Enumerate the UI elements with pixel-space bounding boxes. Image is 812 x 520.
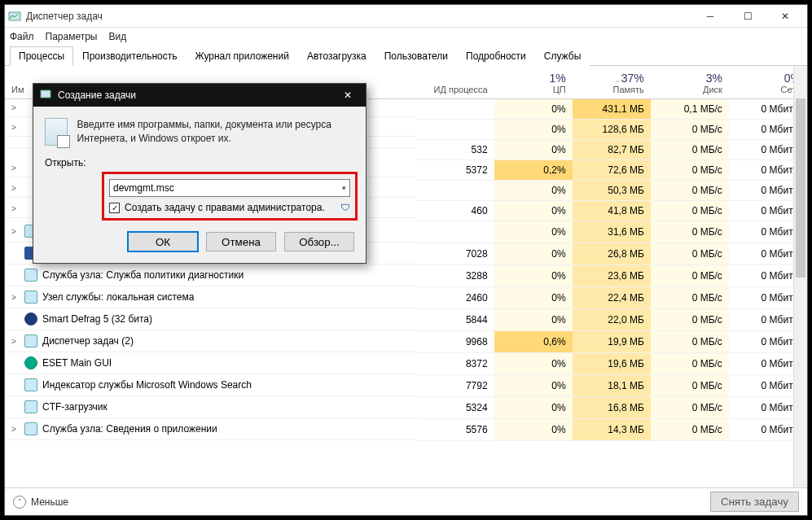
browse-button[interactable]: Обзор...: [284, 232, 354, 251]
tab-4[interactable]: Пользователи: [375, 46, 457, 66]
open-label: Открыть:: [45, 157, 97, 168]
process-icon: [24, 422, 37, 435]
window-title: Диспетчер задач: [26, 11, 691, 22]
open-combobox[interactable]: devmgmt.msc ▾: [109, 179, 350, 197]
shield-icon: 🛡: [340, 202, 350, 213]
tab-0[interactable]: Процессы: [10, 46, 73, 66]
process-icon: [24, 356, 37, 369]
cell-cpu: 0%: [494, 374, 573, 396]
cell-memory: 19,9 МБ: [573, 330, 651, 352]
scrollbar-thumb[interactable]: [796, 98, 805, 277]
process-name: Индексатор службы Microsoft Windows Sear…: [42, 379, 252, 391]
expand-icon[interactable]: >: [8, 337, 20, 346]
cell-memory: 128,6 МБ: [573, 119, 651, 139]
cell-pid: 5844: [416, 308, 494, 330]
expand-icon[interactable]: >: [8, 164, 20, 173]
expand-icon[interactable]: >: [8, 425, 20, 434]
highlight-box: devmgmt.msc ▾ ✓ Создать задачу с правами…: [102, 172, 358, 221]
process-name: Служба узла: Служба политики диагностики: [42, 269, 244, 281]
process-name: Диспетчер задач (2): [42, 335, 134, 347]
table-row[interactable]: Служба узла: Служба политики диагностики…: [5, 264, 807, 286]
app-icon: [8, 10, 21, 23]
cell-cpu: 0%: [494, 352, 573, 374]
cell-cpu: 0%: [494, 286, 573, 308]
vertical-scrollbar[interactable]: [793, 66, 807, 487]
expand-icon[interactable]: >: [8, 103, 20, 112]
maximize-button[interactable]: ☐: [729, 5, 766, 28]
cell-cpu: 0%: [494, 119, 573, 139]
cell-cpu: 0%: [494, 139, 573, 159]
fewer-details-label[interactable]: Меньше: [31, 496, 68, 508]
dialog-titlebar[interactable]: Создание задачи ✕: [33, 84, 366, 107]
tab-2[interactable]: Журнал приложений: [187, 46, 298, 66]
admin-checkbox[interactable]: ✓: [109, 203, 120, 213]
cell-memory: 22,4 МБ: [573, 286, 651, 308]
fewer-details-icon[interactable]: ˄: [13, 496, 26, 509]
dropdown-icon[interactable]: ▾: [342, 184, 346, 192]
process-name: Smart Defrag 5 (32 бита): [42, 313, 152, 325]
tab-6[interactable]: Службы: [535, 46, 590, 66]
cell-memory: 22,0 МБ: [573, 308, 651, 330]
col-memory[interactable]: ⌵37%Память: [573, 66, 651, 98]
cell-cpu: 0%: [494, 98, 573, 119]
svg-rect-0: [9, 12, 20, 20]
process-name: Служба узла: Сведения о приложении: [42, 423, 217, 435]
cell-disk: 0,1 МБ/с: [651, 98, 729, 119]
process-name: CTF-загрузчик: [42, 401, 108, 413]
cell-cpu: 0%: [494, 308, 573, 330]
sort-indicator-icon: ⌵: [616, 76, 620, 84]
admin-checkbox-label[interactable]: Создать задачу с правами администратора.: [125, 202, 325, 213]
end-task-button[interactable]: Снять задачу: [710, 492, 799, 512]
run-icon: [45, 118, 68, 146]
create-task-dialog: Создание задачи ✕ Введите имя программы,…: [33, 83, 366, 264]
cell-disk: 0 МБ/с: [651, 200, 729, 221]
cell-pid: 5576: [416, 418, 494, 440]
open-input-value[interactable]: devmgmt.msc: [113, 182, 174, 194]
table-row[interactable]: Индексатор службы Microsoft Windows Sear…: [5, 374, 807, 396]
close-button[interactable]: ✕: [766, 5, 804, 28]
cell-memory: 14,3 МБ: [573, 418, 651, 440]
process-name: Узел службы: локальная система: [42, 291, 194, 303]
table-row[interactable]: >Узел службы: локальная система24600%22,…: [5, 286, 807, 308]
cell-memory: 18,1 МБ: [573, 374, 651, 396]
cell-disk: 0 МБ/с: [651, 243, 729, 264]
expand-icon[interactable]: >: [8, 227, 20, 236]
col-cpu[interactable]: 1%ЦП: [494, 66, 573, 98]
cancel-button[interactable]: Отмена: [206, 232, 276, 251]
process-icon: [24, 291, 37, 304]
expand-icon[interactable]: >: [8, 123, 20, 132]
cell-disk: 0 МБ/с: [651, 119, 729, 139]
cell-cpu: 0,6%: [494, 330, 573, 352]
tab-3[interactable]: Автозагрузка: [298, 46, 375, 66]
cell-cpu: 0%: [494, 243, 573, 264]
table-row[interactable]: >Диспетчер задач (2)99680,6%19,9 МБ0 МБ/…: [5, 330, 807, 352]
cell-cpu: 0%: [494, 264, 573, 286]
cell-disk: 0 МБ/с: [651, 330, 729, 352]
expand-icon[interactable]: >: [8, 204, 20, 213]
tab-1[interactable]: Производительность: [73, 46, 186, 66]
cell-pid: 2460: [416, 286, 494, 308]
menu-file[interactable]: Файл: [10, 31, 34, 42]
table-row[interactable]: Smart Defrag 5 (32 бита)58440%22,0 МБ0 М…: [5, 308, 807, 330]
expand-icon[interactable]: >: [8, 184, 20, 193]
menu-options[interactable]: Параметры: [46, 31, 98, 42]
dialog-close-button[interactable]: ✕: [336, 87, 359, 103]
table-row[interactable]: CTF-загрузчик53240%16,8 МБ0 МБ/с0 Мбит/с: [5, 396, 807, 418]
cell-disk: 0 МБ/с: [651, 308, 729, 330]
cell-memory: 82,7 МБ: [573, 139, 651, 159]
ok-button[interactable]: ОК: [128, 232, 198, 251]
col-pid[interactable]: ИД процесса: [416, 66, 494, 98]
dialog-title: Создание задачи: [58, 90, 136, 101]
menu-view[interactable]: Вид: [108, 31, 126, 42]
minimize-button[interactable]: ─: [691, 5, 729, 28]
table-row[interactable]: >Служба узла: Сведения о приложении55760…: [5, 418, 807, 440]
table-row[interactable]: ESET Main GUI83720%19,6 МБ0 МБ/с0 Мбит/с: [5, 352, 807, 374]
cell-pid: [416, 221, 494, 243]
menubar: Файл Параметры Вид: [5, 28, 807, 46]
titlebar[interactable]: Диспетчер задач ─ ☐ ✕: [5, 5, 807, 28]
tab-5[interactable]: Подробности: [457, 46, 535, 66]
cell-memory: 41,8 МБ: [573, 200, 651, 221]
col-disk[interactable]: 3%Диск: [651, 66, 729, 98]
cell-cpu: 0,2%: [494, 159, 573, 180]
expand-icon[interactable]: >: [8, 293, 20, 302]
